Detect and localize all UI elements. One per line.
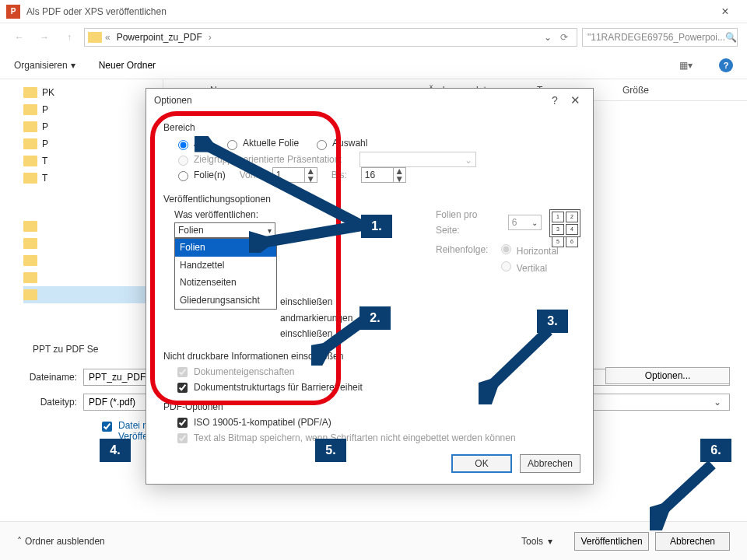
chevron-down-icon[interactable]: ⌄ [541,32,555,43]
pdfa-checkbox[interactable]: ISO 19005-1-kompatibel (PDF/A) [163,415,580,430]
per-page-select: 6⌄ [508,215,542,230]
chevron-down-icon[interactable]: ⌄ [710,397,724,408]
hide-folders-button[interactable]: ˄ Ordner ausblenden [17,536,105,547]
dropdown-item[interactable]: Notizenseiten [175,274,276,291]
dropdown-item[interactable]: Gliederungsansicht [175,292,276,309]
order-h-radio: Horizontal [497,246,558,257]
help-icon[interactable]: ? [545,94,565,107]
range-slides-radio[interactable]: Folie(n) [174,167,226,183]
dialog-titlebar: Optionen ? ✕ [146,89,593,112]
powerpoint-icon: P [6,5,20,19]
pubopts-section: Veröffentlichungsoptionen [163,191,580,207]
back-icon[interactable]: ← [9,27,30,47]
titlebar: P Als PDF oder XPS veröffentlichen × [0,0,747,23]
col-size[interactable]: Größe [622,85,685,96]
tree-item[interactable] [23,252,163,269]
tree-item[interactable]: P [23,135,163,152]
close-icon[interactable]: ✕ [565,93,585,107]
order-v-radio: Vertikal [497,263,547,274]
range-all-radio[interactable]: Alle [174,135,209,151]
range-section: Bereich [163,120,580,135]
from-spinner[interactable]: 1▲▼ [272,167,317,183]
tree-item[interactable]: PK [23,84,163,101]
options-button[interactable]: Optionen... [605,367,730,384]
refresh-icon[interactable]: ⟳ [555,32,573,43]
search-icon: 🔍 [725,32,737,43]
chevron-right-icon: « [105,32,110,43]
chevron-down-icon: ▾ [548,536,552,547]
cancel-button[interactable]: Abbrechen [655,532,730,551]
range-selection-radio[interactable]: Auswahl [313,135,367,151]
tools-menu[interactable]: Tools ▾ [521,536,552,547]
per-page-label: Folien pro Seite: [436,207,500,239]
filename-label: Dateiname: [17,372,83,383]
chevron-up-icon: ˄ [17,536,22,547]
new-folder-button[interactable]: Neuer Ordner [99,60,156,71]
docprops-checkbox: Dokumenteigenschaften [163,364,580,380]
search-input[interactable]: "11RARDEGE69756_Powerpoi... 🔍 [582,28,738,47]
options-dialog: Optionen ? ✕ Bereich Alle Aktuelle Folie… [146,88,594,485]
target-select: ⌄ [359,152,476,167]
folder-tree[interactable]: PK P P P T T [0,79,163,336]
to-spinner[interactable]: 16▲▼ [361,167,406,183]
help-icon[interactable]: ? [719,58,733,72]
toolbar: Organisieren ▾ Neuer Ordner ▦▾ ? [0,51,747,79]
tree-item[interactable] [23,235,163,252]
tree-item[interactable]: P [23,101,163,118]
nav-bar: ← → ↑ « Powerpoint_zu_PDF › ⌄ ⟳ "11RARDE… [0,23,747,51]
window-title: Als PDF oder XPS veröffentlichen [26,6,710,17]
bitmap-checkbox: Text als Bitmap speichern, wenn Schrifta… [163,430,580,446]
tree-item[interactable]: P [23,118,163,135]
tree-item[interactable] [23,269,163,286]
dialog-title: Optionen [154,95,545,106]
what-label: Was veröffentlichen: [163,207,397,222]
tree-item[interactable] [23,286,163,303]
nonprint-section: Nicht druckbare Informationen einschließ… [163,348,580,364]
dropdown-item[interactable]: Folien [175,239,276,256]
order-label: Reihenfolge: [436,242,488,277]
folder-icon [88,32,102,43]
search-placeholder: "11RARDEGE69756_Powerpoi... [587,32,725,43]
chevron-down-icon: ▾ [268,224,272,237]
what-publish-dropdown[interactable]: Folien Handzettel Notizenseiten Gliederu… [174,238,277,310]
up-icon[interactable]: ↑ [59,27,79,47]
footer: ˄ Ordner ausblenden Tools ▾ Veröffentlic… [0,521,747,560]
publish-button[interactable]: Veröffentlichen [574,532,649,551]
tree-item[interactable]: T [23,170,163,187]
chevron-right-icon: › [209,32,212,43]
tree-item[interactable] [23,218,163,235]
close-icon[interactable]: × [710,5,741,19]
breadcrumb-segment[interactable]: Powerpoint_zu_PDF [110,32,209,43]
organize-menu[interactable]: Organisieren ▾ [14,60,75,71]
range-current-radio[interactable]: Aktuelle Folie [223,135,299,151]
filetype-label: Dateityp: [17,397,83,408]
forward-icon[interactable]: → [34,27,54,47]
chevron-down-icon: ▾ [71,60,75,71]
ok-button[interactable]: OK [451,454,512,473]
breadcrumb[interactable]: « Powerpoint_zu_PDF › ⌄ ⟳ [84,28,577,47]
tags-checkbox[interactable]: Dokumentstrukturtags für Barrierefreihei… [163,380,580,395]
pdfopts-section: PDF-Optionen [163,399,580,415]
what-publish-select[interactable]: Folien ▾ Folien Handzettel Notizenseiten… [174,222,275,238]
range-target-radio: Zielgruppenorientierte Präsentation: [174,152,342,167]
tree-item[interactable]: T [23,152,163,170]
organize-label: Organisieren [14,60,68,71]
view-icon[interactable]: ▦▾ [675,58,696,72]
dropdown-item[interactable]: Handzettel [175,257,276,274]
layout-preview-icon: 123456 [549,209,580,237]
dialog-cancel-button[interactable]: Abbrechen [520,454,580,473]
include-ink-label: andmarkierungen einschließen [163,310,397,342]
